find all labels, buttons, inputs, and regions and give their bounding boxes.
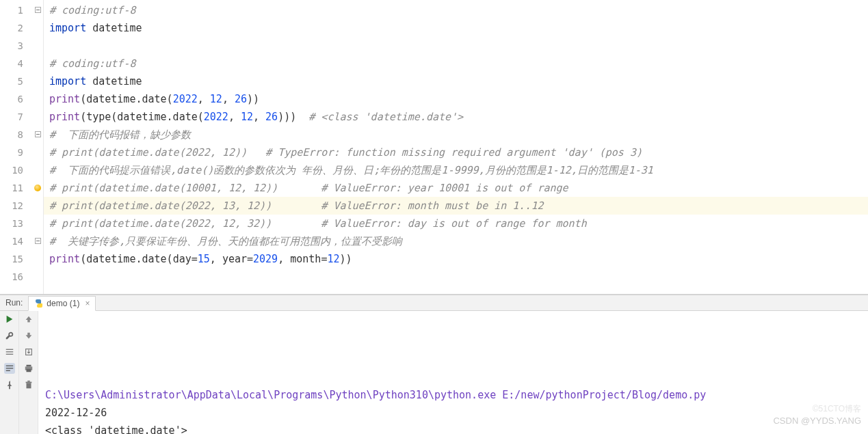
line-number: 8 bbox=[0, 126, 33, 144]
pin-icon[interactable] bbox=[4, 379, 15, 390]
line-number: 14 bbox=[0, 232, 33, 250]
console-output[interactable]: ©51CTO博客 CSDN @YYDS.YANG C:\Users\Admini… bbox=[38, 311, 868, 434]
code-line[interactable]: # 下面的代码报错，缺少参数 bbox=[49, 126, 868, 144]
code-line[interactable] bbox=[49, 37, 868, 55]
code-line[interactable]: import datetime bbox=[49, 19, 868, 37]
console-output-line: 2022-12-26 bbox=[45, 404, 861, 422]
svg-rect-5 bbox=[5, 368, 13, 368]
code-line[interactable]: # print(datetime.date(2022, 13, 12)) # V… bbox=[44, 197, 868, 215]
down-arrow-icon[interactable] bbox=[23, 330, 34, 341]
fold-toggle-icon[interactable] bbox=[35, 7, 41, 13]
wrench-icon[interactable] bbox=[4, 330, 15, 341]
toggle-soft-wrap-icon[interactable] bbox=[4, 363, 15, 374]
run-label: Run: bbox=[0, 298, 28, 308]
close-tab-icon[interactable]: × bbox=[85, 299, 90, 308]
code-line[interactable]: # coding:utf-8 bbox=[49, 55, 868, 72]
run-actions-col-2 bbox=[19, 311, 38, 434]
line-number: 5 bbox=[0, 72, 33, 90]
line-number: 15 bbox=[0, 250, 33, 268]
intention-bulb-icon[interactable] bbox=[34, 185, 41, 191]
fold-toggle-icon[interactable] bbox=[35, 238, 41, 244]
run-config-name: demo (1) bbox=[47, 299, 79, 308]
line-number: 13 bbox=[0, 215, 33, 232]
code-line[interactable]: # coding:utf-8 bbox=[49, 1, 868, 19]
fold-strip[interactable] bbox=[33, 0, 44, 294]
svg-rect-10 bbox=[26, 369, 31, 372]
fold-toggle-icon[interactable] bbox=[35, 131, 41, 137]
code-line[interactable]: # print(datetime.date(10001, 12, 12)) # … bbox=[49, 179, 868, 197]
svg-rect-11 bbox=[26, 383, 31, 388]
svg-rect-6 bbox=[5, 370, 10, 371]
filter-icon[interactable] bbox=[4, 347, 15, 357]
line-number: 3 bbox=[0, 37, 33, 55]
code-line[interactable]: print(datetime.date(day=15, year=2029, m… bbox=[49, 250, 868, 268]
python-icon bbox=[34, 299, 44, 308]
code-area[interactable]: # coding:utf-8import datetime# coding:ut… bbox=[44, 0, 868, 294]
line-number: 11 bbox=[0, 179, 33, 197]
code-line[interactable]: import datetime bbox=[49, 72, 868, 90]
export-icon[interactable] bbox=[23, 347, 34, 357]
svg-rect-12 bbox=[25, 382, 31, 383]
line-number: 16 bbox=[0, 268, 33, 286]
line-number: 12 bbox=[0, 197, 33, 215]
svg-rect-8 bbox=[26, 365, 31, 367]
code-line[interactable]: print(type(datetime.date(2022, 12, 26)))… bbox=[49, 108, 868, 126]
svg-rect-2 bbox=[5, 351, 13, 352]
code-editor[interactable]: 12345678910111213141516 # coding:utf-8im… bbox=[0, 0, 868, 295]
run-icon[interactable] bbox=[4, 314, 15, 325]
print-icon[interactable] bbox=[23, 363, 34, 374]
line-number: 7 bbox=[0, 108, 33, 126]
up-arrow-icon[interactable] bbox=[23, 314, 34, 325]
line-number: 10 bbox=[0, 161, 33, 179]
code-line[interactable] bbox=[49, 268, 868, 286]
code-line[interactable]: # print(datetime.date(2022, 12)) # TypeE… bbox=[49, 144, 868, 161]
run-actions-col-1 bbox=[0, 311, 19, 434]
svg-marker-0 bbox=[6, 316, 12, 323]
svg-rect-13 bbox=[27, 381, 30, 382]
svg-rect-1 bbox=[5, 349, 13, 350]
svg-rect-4 bbox=[5, 366, 13, 366]
line-number: 1 bbox=[0, 1, 33, 19]
run-tool-window-header: Run: demo (1) × bbox=[0, 295, 868, 311]
trash-icon[interactable] bbox=[23, 379, 34, 390]
line-number-gutter: 12345678910111213141516 bbox=[0, 0, 33, 294]
run-config-tab[interactable]: demo (1) × bbox=[28, 296, 96, 311]
line-number: 9 bbox=[0, 144, 33, 161]
run-tool-window: ©51CTO博客 CSDN @YYDS.YANG C:\Users\Admini… bbox=[0, 311, 868, 434]
console-output-line: <class 'datetime.date'> bbox=[45, 422, 861, 434]
svg-rect-3 bbox=[5, 354, 13, 355]
code-line[interactable]: print(datetime.date(2022, 12, 26)) bbox=[49, 90, 868, 108]
code-line[interactable]: # print(datetime.date(2022, 12, 32)) # V… bbox=[49, 215, 868, 232]
line-number: 4 bbox=[0, 55, 33, 72]
code-line[interactable]: # 关键字传参,只要保证年份、月份、天的值都在可用范围内，位置不受影响 bbox=[49, 232, 868, 250]
console-command-line: C:\Users\Administrator\AppData\Local\Pro… bbox=[45, 386, 861, 404]
line-number: 6 bbox=[0, 90, 33, 108]
code-line[interactable]: # 下面的代码提示值错误,date()函数的参数依次为 年份、月份、日;年份的范… bbox=[49, 161, 868, 179]
line-number: 2 bbox=[0, 19, 33, 37]
